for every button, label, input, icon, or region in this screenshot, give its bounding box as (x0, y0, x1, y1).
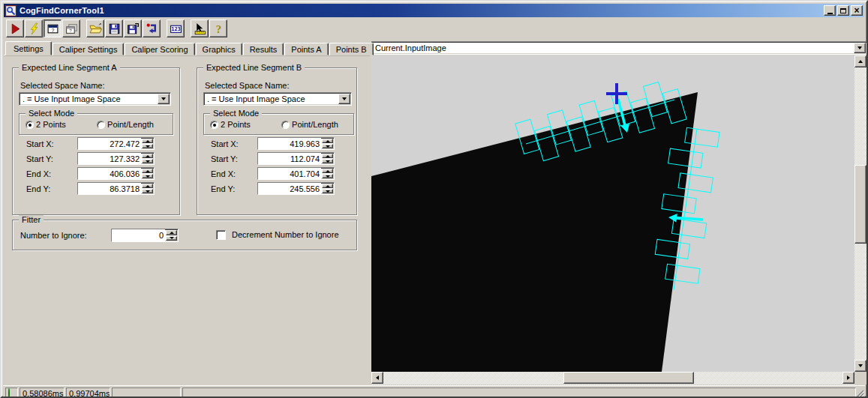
vscroll-thumb[interactable] (854, 165, 866, 244)
start-x-field-b[interactable] (257, 137, 335, 150)
vscroll-down-button[interactable] (854, 360, 866, 372)
open-folder-icon (89, 22, 102, 35)
save-button[interactable] (105, 19, 123, 37)
number-to-ignore-field[interactable] (111, 229, 179, 242)
group-b-title: Expected Line Segment B (203, 63, 305, 72)
spin-down-icon (326, 190, 330, 193)
start-x-input-b[interactable] (258, 138, 321, 149)
start-y-input-a[interactable] (78, 153, 141, 164)
hscroll-right-button[interactable] (842, 372, 854, 384)
spin-up-icon (170, 232, 174, 234)
minimize-button[interactable] (824, 5, 836, 16)
end-y-field-a[interactable] (77, 182, 155, 195)
start-x-input-a[interactable] (78, 138, 141, 149)
end-y-input-a[interactable] (78, 183, 141, 194)
title-bar[interactable]: CogFindCornerTool1 × (4, 4, 864, 17)
spin-down-button[interactable] (142, 144, 153, 148)
spin-down-button[interactable] (322, 189, 333, 193)
radio-2-points-b[interactable]: 2 Points (210, 120, 251, 129)
radio-2-points-a[interactable]: 2 Points (26, 120, 66, 129)
run-button[interactable] (6, 19, 24, 37)
show-tool-display-button[interactable]: ? (44, 19, 62, 37)
image-display[interactable] (371, 55, 854, 372)
radio-icon[interactable] (210, 121, 218, 129)
tab-results[interactable]: Results (243, 43, 284, 55)
vertical-scrollbar[interactable] (854, 55, 867, 372)
spin-up-button[interactable] (142, 154, 153, 158)
reset-button[interactable] (143, 19, 161, 37)
start-y-label-b: Start Y: (211, 154, 238, 163)
spin-up-button[interactable] (142, 184, 153, 188)
space-name-combobox-a[interactable]: . = Use Input Image Space (19, 92, 171, 106)
start-x-field-a[interactable] (77, 137, 155, 150)
tab-points-b[interactable]: Points B (329, 43, 374, 55)
radio-icon[interactable] (26, 121, 34, 129)
radio-point-length-b[interactable]: Point/Length (281, 120, 338, 129)
spin-up-button[interactable] (322, 139, 333, 143)
spin-down-button[interactable] (322, 144, 333, 148)
close-button[interactable]: × (851, 5, 863, 16)
end-x-input-b[interactable] (258, 168, 321, 179)
spin-down-button[interactable] (142, 174, 153, 178)
resize-grip[interactable] (854, 388, 864, 398)
start-y-field-b[interactable] (257, 152, 335, 165)
show-values-button[interactable]: 123 (167, 19, 185, 37)
horizontal-scrollbar[interactable] (371, 372, 854, 385)
end-x-field-b[interactable] (257, 167, 335, 180)
spin-down-button[interactable] (166, 236, 177, 241)
spin-up-icon (326, 140, 330, 142)
decrement-checkbox[interactable] (216, 230, 226, 240)
vscroll-up-button[interactable] (854, 55, 866, 67)
open-button[interactable] (86, 19, 104, 37)
save-as-floppy-icon (127, 22, 140, 35)
spin-down-button[interactable] (322, 174, 333, 178)
image-source-combobox[interactable]: Current.InputImage (371, 41, 867, 55)
radio-icon[interactable] (281, 121, 290, 129)
tab-settings[interactable]: Settings (5, 41, 52, 55)
help-button[interactable]: ? (209, 19, 227, 37)
end-x-field-a[interactable] (77, 167, 155, 180)
spin-up-button[interactable] (322, 169, 333, 173)
spin-down-button[interactable] (142, 189, 153, 193)
maximize-button[interactable] (837, 5, 849, 16)
end-y-input-b[interactable] (258, 183, 321, 194)
end-x-label-b: End X: (211, 169, 236, 178)
start-y-field-a[interactable] (77, 152, 155, 165)
group-a-title: Expected Line Segment A (19, 63, 120, 72)
end-y-field-b[interactable] (257, 182, 335, 195)
save-as-button[interactable] (124, 19, 142, 37)
run-once-button[interactable] (25, 19, 43, 37)
hscroll-thumb[interactable] (563, 372, 694, 384)
decrement-checkbox-row[interactable]: Decrement Number to Ignore (216, 230, 339, 240)
radio-point-length-a[interactable]: Point/Length (97, 120, 154, 129)
pixel-grid-button[interactable] (191, 19, 209, 37)
image-source-dropdown-button[interactable] (854, 43, 866, 53)
spin-down-button[interactable] (142, 159, 153, 163)
radio-icon[interactable] (97, 121, 105, 129)
save-floppy-icon (108, 22, 121, 35)
combo-dropdown-button-a[interactable] (158, 94, 170, 104)
combo-dropdown-button-b[interactable] (338, 94, 350, 104)
tab-graphics[interactable]: Graphics (196, 43, 242, 55)
spin-down-icon (146, 145, 150, 148)
hscroll-left-button[interactable] (371, 372, 383, 384)
spin-up-button[interactable] (142, 169, 153, 173)
corner-point-marker[interactable] (606, 83, 627, 104)
float-tool-display-button[interactable]: ? (62, 19, 80, 37)
space-name-combobox-b[interactable]: . = Use Input Image Space (203, 92, 352, 106)
end-x-input-a[interactable] (78, 168, 141, 179)
spin-up-button[interactable] (142, 139, 153, 143)
tab-caliper-settings[interactable]: Caliper Settings (53, 43, 125, 55)
spin-up-icon (146, 140, 150, 142)
status-led-panel (5, 388, 18, 398)
tab-points-a[interactable]: Points A (284, 43, 328, 55)
tab-caliper-scoring[interactable]: Caliper Scoring (125, 43, 194, 55)
spin-up-button[interactable] (322, 154, 333, 158)
spin-up-button[interactable] (166, 230, 177, 235)
spin-up-button[interactable] (322, 184, 333, 188)
spin-down-button[interactable] (322, 159, 333, 163)
tab-strip: Settings Caliper Settings Caliper Scorin… (5, 41, 374, 55)
number-to-ignore-input[interactable] (112, 229, 165, 241)
start-y-input-b[interactable] (258, 153, 321, 164)
float-window-icon: ? (65, 22, 78, 35)
